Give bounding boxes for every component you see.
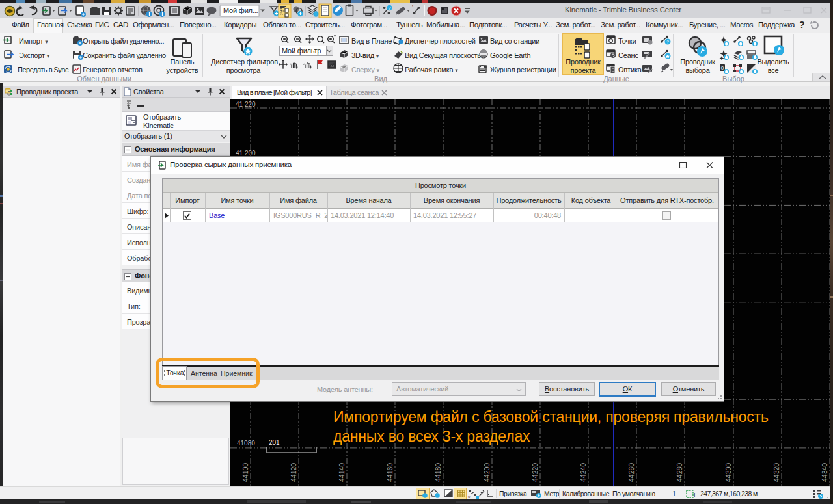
svg-text:Мой фил...: Мой фил... <box>223 7 258 14</box>
svg-text:44300: 44300 <box>724 463 732 482</box>
svg-text:44200: 44200 <box>483 463 491 482</box>
svg-text:0: 0 <box>468 495 471 499</box>
svg-text:?: ? <box>666 40 669 44</box>
svg-text:44220: 44220 <box>531 463 539 482</box>
svg-text:0: 0 <box>721 65 724 71</box>
svg-text:44280: 44280 <box>676 463 683 482</box>
svg-text:44140: 44140 <box>338 463 346 482</box>
svg-text:44180: 44180 <box>434 463 442 482</box>
svg-text:': ' <box>412 4 413 10</box>
svg-text:44120: 44120 <box>290 463 297 482</box>
svg-text:44340: 44340 <box>821 463 828 482</box>
svg-text:44100: 44100 <box>241 463 249 482</box>
svg-text:44240: 44240 <box>579 463 587 482</box>
svg-text:I: I <box>694 492 696 498</box>
svg-text:44320: 44320 <box>772 463 780 482</box>
svg-text:44160: 44160 <box>386 463 394 482</box>
svg-text:41 220: 41 220 <box>236 101 256 108</box>
svg-text:41080: 41080 <box>237 440 255 447</box>
svg-text:?: ? <box>389 6 391 10</box>
svg-text:201: 201 <box>269 439 280 446</box>
svg-text:44260: 44260 <box>627 463 635 482</box>
